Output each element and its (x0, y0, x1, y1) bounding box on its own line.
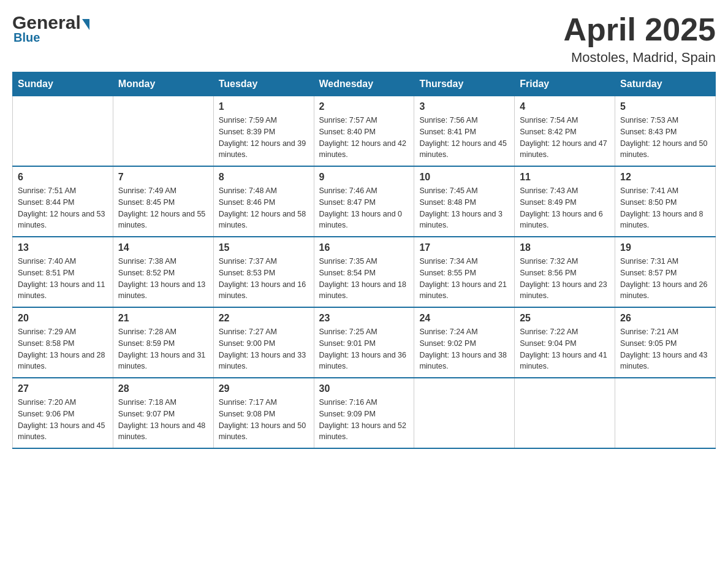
day-number: 29 (219, 383, 309, 394)
calendar-cell: 7Sunrise: 7:49 AMSunset: 8:45 PMDaylight… (113, 166, 213, 237)
calendar-week-row: 6Sunrise: 7:51 AMSunset: 8:44 PMDaylight… (13, 166, 716, 237)
day-number: 14 (118, 242, 208, 253)
calendar-cell: 30Sunrise: 7:16 AMSunset: 9:09 PMDayligh… (314, 378, 414, 448)
calendar-cell: 27Sunrise: 7:20 AMSunset: 9:06 PMDayligh… (13, 378, 113, 448)
day-number: 28 (118, 383, 208, 394)
day-number: 7 (118, 172, 208, 183)
day-info: Sunrise: 7:32 AMSunset: 8:56 PMDaylight:… (520, 256, 610, 302)
calendar-cell: 18Sunrise: 7:32 AMSunset: 8:56 PMDayligh… (515, 237, 615, 307)
day-info: Sunrise: 7:54 AMSunset: 8:42 PMDaylight:… (520, 115, 610, 161)
calendar-cell: 11Sunrise: 7:43 AMSunset: 8:49 PMDayligh… (515, 166, 615, 237)
day-info: Sunrise: 7:51 AMSunset: 8:44 PMDaylight:… (18, 185, 108, 231)
weekday-header-row: SundayMondayTuesdayWednesdayThursdayFrid… (13, 72, 716, 96)
calendar-cell (515, 378, 615, 448)
day-info: Sunrise: 7:34 AMSunset: 8:55 PMDaylight:… (419, 256, 509, 302)
calendar-cell: 16Sunrise: 7:35 AMSunset: 8:54 PMDayligh… (314, 237, 414, 307)
calendar-cell: 19Sunrise: 7:31 AMSunset: 8:57 PMDayligh… (615, 237, 716, 307)
day-info: Sunrise: 7:28 AMSunset: 8:59 PMDaylight:… (118, 326, 208, 372)
calendar-cell: 17Sunrise: 7:34 AMSunset: 8:55 PMDayligh… (414, 237, 515, 307)
calendar-cell (13, 96, 113, 167)
day-number: 8 (219, 172, 309, 183)
calendar-cell: 23Sunrise: 7:25 AMSunset: 9:01 PMDayligh… (314, 307, 414, 378)
day-info: Sunrise: 7:48 AMSunset: 8:46 PMDaylight:… (219, 185, 309, 231)
calendar-cell: 9Sunrise: 7:46 AMSunset: 8:47 PMDaylight… (314, 166, 414, 237)
logo: General Blue (12, 12, 89, 45)
calendar-cell (615, 378, 716, 448)
calendar-cell: 5Sunrise: 7:53 AMSunset: 8:43 PMDaylight… (615, 96, 716, 167)
day-number: 19 (620, 242, 710, 253)
calendar-cell: 2Sunrise: 7:57 AMSunset: 8:40 PMDaylight… (314, 96, 414, 167)
day-number: 2 (319, 101, 409, 112)
day-number: 22 (219, 313, 309, 324)
weekday-header-wednesday: Wednesday (314, 72, 414, 96)
weekday-header-friday: Friday (515, 72, 615, 96)
calendar-week-row: 27Sunrise: 7:20 AMSunset: 9:06 PMDayligh… (13, 378, 716, 448)
day-info: Sunrise: 7:18 AMSunset: 9:07 PMDaylight:… (118, 397, 208, 443)
day-info: Sunrise: 7:43 AMSunset: 8:49 PMDaylight:… (520, 185, 610, 231)
day-number: 11 (520, 172, 610, 183)
day-number: 26 (620, 313, 710, 324)
day-info: Sunrise: 7:59 AMSunset: 8:39 PMDaylight:… (219, 115, 309, 161)
day-number: 17 (419, 242, 509, 253)
calendar-cell: 3Sunrise: 7:56 AMSunset: 8:41 PMDaylight… (414, 96, 515, 167)
calendar-cell: 10Sunrise: 7:45 AMSunset: 8:48 PMDayligh… (414, 166, 515, 237)
day-number: 23 (319, 313, 409, 324)
day-info: Sunrise: 7:37 AMSunset: 8:53 PMDaylight:… (219, 256, 309, 302)
weekday-header-thursday: Thursday (414, 72, 515, 96)
day-info: Sunrise: 7:17 AMSunset: 9:08 PMDaylight:… (219, 397, 309, 443)
day-info: Sunrise: 7:45 AMSunset: 8:48 PMDaylight:… (419, 185, 509, 231)
day-number: 21 (118, 313, 208, 324)
day-info: Sunrise: 7:25 AMSunset: 9:01 PMDaylight:… (319, 326, 409, 372)
day-info: Sunrise: 7:16 AMSunset: 9:09 PMDaylight:… (319, 397, 409, 443)
day-number: 20 (18, 313, 108, 324)
calendar-cell (414, 378, 515, 448)
calendar-cell: 15Sunrise: 7:37 AMSunset: 8:53 PMDayligh… (213, 237, 314, 307)
calendar-cell: 13Sunrise: 7:40 AMSunset: 8:51 PMDayligh… (13, 237, 113, 307)
day-info: Sunrise: 7:29 AMSunset: 8:58 PMDaylight:… (18, 326, 108, 372)
calendar-cell (113, 96, 213, 167)
calendar-cell: 21Sunrise: 7:28 AMSunset: 8:59 PMDayligh… (113, 307, 213, 378)
calendar-cell: 20Sunrise: 7:29 AMSunset: 8:58 PMDayligh… (13, 307, 113, 378)
weekday-header-saturday: Saturday (615, 72, 716, 96)
day-info: Sunrise: 7:40 AMSunset: 8:51 PMDaylight:… (18, 256, 108, 302)
calendar-cell: 4Sunrise: 7:54 AMSunset: 8:42 PMDaylight… (515, 96, 615, 167)
day-info: Sunrise: 7:56 AMSunset: 8:41 PMDaylight:… (419, 115, 509, 161)
day-number: 12 (620, 172, 710, 183)
day-info: Sunrise: 7:53 AMSunset: 8:43 PMDaylight:… (620, 115, 710, 161)
calendar-cell: 1Sunrise: 7:59 AMSunset: 8:39 PMDaylight… (213, 96, 314, 167)
day-info: Sunrise: 7:38 AMSunset: 8:52 PMDaylight:… (118, 256, 208, 302)
calendar-table: SundayMondayTuesdayWednesdayThursdayFrid… (12, 72, 716, 449)
calendar-week-row: 13Sunrise: 7:40 AMSunset: 8:51 PMDayligh… (13, 237, 716, 307)
day-info: Sunrise: 7:22 AMSunset: 9:04 PMDaylight:… (520, 326, 610, 372)
day-number: 27 (18, 383, 108, 394)
day-info: Sunrise: 7:35 AMSunset: 8:54 PMDaylight:… (319, 256, 409, 302)
weekday-header-sunday: Sunday (13, 72, 113, 96)
day-number: 25 (520, 313, 610, 324)
logo-arrow-icon (82, 19, 89, 30)
day-number: 1 (219, 101, 309, 112)
day-number: 5 (620, 101, 710, 112)
day-info: Sunrise: 7:41 AMSunset: 8:50 PMDaylight:… (620, 185, 710, 231)
day-info: Sunrise: 7:49 AMSunset: 8:45 PMDaylight:… (118, 185, 208, 231)
weekday-header-monday: Monday (113, 72, 213, 96)
day-number: 24 (419, 313, 509, 324)
calendar-cell: 29Sunrise: 7:17 AMSunset: 9:08 PMDayligh… (213, 378, 314, 448)
calendar-title: April 2025 (563, 12, 716, 47)
day-number: 13 (18, 242, 108, 253)
day-info: Sunrise: 7:46 AMSunset: 8:47 PMDaylight:… (319, 185, 409, 231)
calendar-cell: 12Sunrise: 7:41 AMSunset: 8:50 PMDayligh… (615, 166, 716, 237)
day-number: 15 (219, 242, 309, 253)
day-info: Sunrise: 7:20 AMSunset: 9:06 PMDaylight:… (18, 397, 108, 443)
calendar-cell: 22Sunrise: 7:27 AMSunset: 9:00 PMDayligh… (213, 307, 314, 378)
calendar-subtitle: Mostoles, Madrid, Spain (563, 50, 716, 66)
day-number: 9 (319, 172, 409, 183)
calendar-cell: 8Sunrise: 7:48 AMSunset: 8:46 PMDaylight… (213, 166, 314, 237)
calendar-cell: 14Sunrise: 7:38 AMSunset: 8:52 PMDayligh… (113, 237, 213, 307)
day-info: Sunrise: 7:24 AMSunset: 9:02 PMDaylight:… (419, 326, 509, 372)
weekday-header-tuesday: Tuesday (213, 72, 314, 96)
day-number: 3 (419, 101, 509, 112)
page-header: General Blue April 2025 Mostoles, Madrid… (12, 12, 716, 66)
day-info: Sunrise: 7:21 AMSunset: 9:05 PMDaylight:… (620, 326, 710, 372)
day-number: 4 (520, 101, 610, 112)
logo-general-text: General (12, 12, 81, 33)
